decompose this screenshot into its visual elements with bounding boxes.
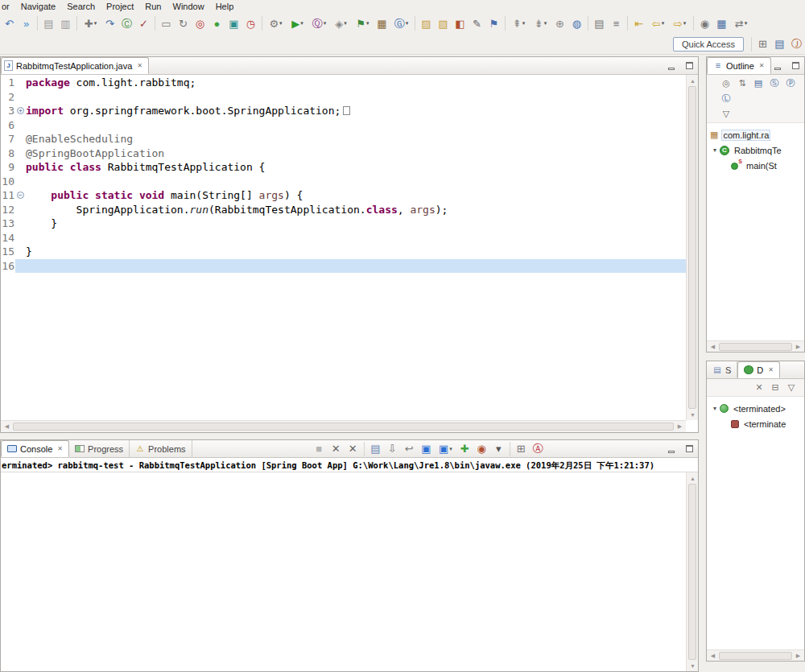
terminate-icon[interactable]: ■ [311, 441, 328, 457]
start-server-icon[interactable]: ● [208, 15, 225, 31]
dropdown-caret-icon[interactable]: ▾ [745, 20, 748, 27]
step-commands-icon[interactable]: ↷ [101, 15, 118, 31]
save-icon[interactable]: ▤ [40, 15, 57, 31]
dropdown-caret-icon[interactable]: ▾ [366, 20, 369, 27]
code-editor[interactable]: 1package com.light.rabbitmq;23+import or… [1, 75, 698, 432]
dropdown-caret-icon[interactable]: ▾ [344, 20, 347, 27]
outline-item-class[interactable]: ▾CRabbitmqTe [707, 142, 804, 158]
menu-help[interactable]: Help [210, 1, 240, 12]
code-line-15[interactable]: 15} [1, 245, 686, 259]
previous-annotation-icon[interactable]: ⇞▾ [508, 15, 530, 31]
menu-project[interactable]: Project [101, 1, 139, 12]
minimize-view-icon[interactable] [665, 443, 678, 456]
open-folder-icon[interactable]: ▨ [418, 15, 435, 31]
export-folder-icon[interactable]: ▧ [435, 15, 452, 31]
new-class-icon[interactable]: Ⓒ [118, 15, 135, 31]
code-line-6[interactable]: 6 [1, 118, 686, 133]
dropdown-caret-icon[interactable]: ▾ [522, 20, 526, 27]
scroll-right-icon[interactable]: ▶ [674, 421, 686, 432]
outline-item-package[interactable]: ▦com.light.ra [707, 127, 804, 142]
close-tab-icon[interactable]: ✕ [137, 62, 142, 69]
print-icon[interactable]: ▭ [158, 15, 175, 31]
refresh-icon[interactable]: ↻ [175, 15, 192, 31]
pin-console-icon[interactable]: ◉ [473, 441, 490, 457]
table-view-icon[interactable]: ▦ [713, 15, 730, 31]
scroll-left-icon[interactable]: ◀ [1, 421, 13, 432]
editor-tab[interactable]: J RabbitmqTestApplication.java ✕ [1, 57, 149, 74]
terminal-icon[interactable]: ▣ [225, 15, 242, 31]
new-database-table-icon[interactable]: ▦ [374, 15, 390, 31]
fold-expand-icon[interactable]: + [15, 107, 26, 114]
remove-all-launches-icon[interactable]: ✕ [345, 441, 361, 457]
menu-search[interactable]: Search [61, 1, 101, 12]
word-wrap-icon[interactable]: ↩ [401, 441, 418, 457]
back-nav-icon[interactable]: ↶ [1, 15, 18, 31]
outline-view-menu-icon[interactable]: ▽ [718, 107, 734, 122]
detach-view-icon[interactable]: ⊞ [513, 441, 530, 457]
tab-progress[interactable]: Progress [69, 440, 130, 457]
outline-item-main-method[interactable]: Smain(St [707, 158, 804, 173]
mark-occurrences-icon[interactable]: ≡ [608, 15, 625, 31]
hide-non-public-members-icon[interactable]: Ⓟ [782, 76, 799, 91]
fold-collapse-icon[interactable]: − [15, 192, 26, 199]
external-tools-icon[interactable]: ◈▾ [330, 15, 352, 31]
task-list-icon[interactable]: ▤ [591, 15, 608, 31]
debug-item-launch[interactable]: ▾<terminated> [707, 401, 804, 416]
dropdown-caret-icon[interactable]: ▾ [662, 20, 665, 27]
maximize-view-icon[interactable] [683, 443, 696, 456]
link-item-icon[interactable]: ⊕ [551, 15, 568, 31]
close-tab-icon[interactable]: ✕ [759, 62, 765, 69]
clear-console-icon[interactable]: ▤ [367, 441, 384, 457]
scroll-left-icon[interactable]: ◀ [707, 650, 719, 662]
remove-launch-icon[interactable]: ✕ [328, 441, 345, 457]
scroll-right-icon[interactable]: ▶ [792, 341, 804, 352]
dropdown-caret-icon[interactable]: ▾ [544, 20, 547, 27]
console-vertical-scrollbar[interactable]: ▲ ▼ [686, 472, 698, 671]
code-line-8[interactable]: 8@SpringBootApplication [1, 146, 686, 161]
web-browser-icon[interactable]: Ⓖ▾ [390, 15, 412, 31]
code-line-13[interactable]: 13 } [1, 216, 686, 231]
scrollbar-thumb[interactable] [719, 652, 792, 660]
scroll-left-icon[interactable]: ◀ [707, 341, 719, 352]
chevron-expanded-icon[interactable]: ▾ [710, 405, 720, 412]
world-icon[interactable]: ◍ [568, 15, 585, 31]
code-area[interactable]: 1package com.light.rabbitmq;23+import or… [1, 76, 686, 420]
focus-active-task-icon[interactable]: ◎ [718, 76, 734, 91]
console-output[interactable]: ▲ ▼ [1, 472, 698, 671]
build-gear-icon[interactable]: ⚙▾ [265, 15, 287, 31]
code-line-3[interactable]: 3+import org.springframework.boot.Spring… [1, 104, 686, 118]
outline-horizontal-scrollbar[interactable]: ◀ ▶ [707, 340, 804, 352]
scroll-up-icon[interactable]: ▲ [687, 75, 699, 86]
quick-access-button[interactable]: Quick Access [673, 37, 744, 52]
minimize-view-icon[interactable] [665, 60, 678, 72]
scroll-down-icon[interactable]: ▼ [687, 660, 699, 671]
code-line-2[interactable]: 2 [1, 90, 686, 105]
menu-navigate[interactable]: Navigate [15, 1, 61, 12]
data-query-icon[interactable]: Ⓠ▾ [308, 15, 330, 31]
scrollbar-thumb[interactable] [688, 86, 696, 409]
collapse-all-icon[interactable]: ⊟ [767, 381, 783, 395]
code-line-9[interactable]: 9public class RabbitmqTestApplication { [1, 160, 686, 175]
new-wizard-icon[interactable]: ✚▾ [80, 15, 101, 31]
dropdown-caret-icon[interactable]: ▾ [279, 20, 283, 27]
close-tab-icon[interactable]: ✕ [57, 445, 63, 452]
target-platform-icon[interactable]: ◎ [192, 15, 208, 31]
remove-all-terminated-icon[interactable]: ✕ [751, 381, 767, 395]
hide-local-types-icon[interactable]: Ⓛ [718, 92, 734, 106]
close-tab-icon[interactable]: ✕ [768, 366, 774, 373]
last-edit-location-icon[interactable]: ⇤ [630, 15, 647, 31]
new-console-view-icon[interactable]: ✚ [456, 441, 473, 457]
outline-tab[interactable]: ≡ Outline ✕ [707, 57, 771, 74]
junit-icon[interactable]: ✓ [135, 15, 152, 31]
menu-run[interactable]: Run [139, 1, 167, 12]
editor-horizontal-scrollbar[interactable]: ◀ ▶ [1, 420, 686, 432]
save-all-icon[interactable]: ▥ [57, 15, 74, 31]
open-perspective-icon[interactable]: ⊞ [754, 36, 771, 52]
code-line-14[interactable]: 14 [1, 231, 686, 245]
code-line-1[interactable]: 1package com.light.rabbitmq; [1, 76, 686, 90]
fill-color-icon[interactable]: ◧ [452, 15, 469, 31]
pin-editor-icon[interactable]: ◉ [696, 15, 713, 31]
collapsed-code-icon[interactable] [343, 106, 350, 115]
minimize-view-icon[interactable] [771, 60, 784, 72]
resume-icon[interactable]: » [18, 15, 35, 31]
